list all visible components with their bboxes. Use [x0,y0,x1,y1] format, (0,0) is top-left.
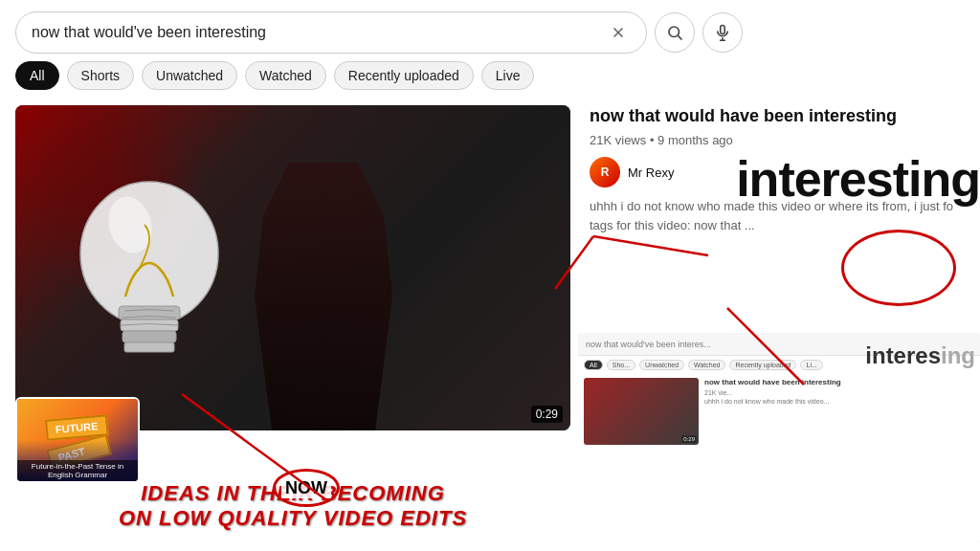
bg-light [15,105,207,297]
bg-mini-duration: 0:29 [681,435,697,443]
view-count: 21K views [590,133,646,147]
big-interesting-word: interesting [736,150,980,208]
now-text: NOW [281,478,331,498]
bg-mini-chip-all: All [584,360,603,370]
bg-mini-content: 0:29 now that would have been interestin… [578,374,980,449]
separator: • [650,133,657,147]
video-duration: 0:29 [531,406,563,423]
channel-avatar[interactable]: R [590,157,620,187]
bg-mini-chip-recently: Recently uploaded [729,360,796,370]
filter-chips: All Shorts Unwatched Watched Recently up… [0,61,980,98]
chip-live[interactable]: Live [481,61,535,90]
bg-screenshot-inner: now that would've been interes... All Sh… [578,333,980,543]
bg-mini-desc: uhhh i do not know who made this video..… [704,398,974,405]
bg-mini-chip-live: Li... [800,360,822,370]
mic-button[interactable] [702,12,743,53]
search-input-wrapper [15,11,647,54]
small-thumb-label: Future-in-the-Past Tense in English Gram… [17,460,138,481]
chip-shorts[interactable]: Shorts [67,61,134,90]
overlay-low-quality-text: ON LOW QUALITY VIDEO EDITS [15,506,570,531]
bg-mini-chip-shorts: Sho... [607,360,635,370]
video-section: 0:29 [15,105,570,536]
chip-watched[interactable]: Watched [245,61,326,90]
bg-mini-search-text: now that would've been interes... [586,340,711,349]
bg-mini-video: 0:29 [584,378,699,445]
time-ago: 9 months ago [657,133,733,147]
search-bar-container [0,0,980,61]
bg-mini-chip-unwatched: Unwatched [639,360,684,370]
bg-mini-title: now that would have been interesting [704,378,974,387]
video-meta: 21K views • 9 months ago [590,133,965,147]
chip-recently-uploaded[interactable]: Recently uploaded [334,61,474,90]
video-title: now that would have been interesting [590,105,965,127]
small-thumbnail[interactable]: FUTURE PAST Future-in-the-Past Tense in … [15,397,140,483]
video-thumbnail[interactable]: 0:29 [15,105,570,430]
chip-unwatched[interactable]: Unwatched [142,61,237,90]
svg-line-3 [678,35,681,39]
main-content: 0:29 [0,98,980,543]
bg-interesting-big-word: interesing [865,342,975,369]
search-input[interactable] [32,24,606,41]
bg-mini-info: now that would have been interesting 21K… [704,378,974,445]
svg-rect-4 [721,26,725,34]
chip-all[interactable]: All [15,61,59,90]
channel-name[interactable]: Mr Rexy [628,165,674,180]
bg-mini-meta: 21K vie... [704,389,974,396]
search-button[interactable] [655,12,695,53]
clear-button[interactable] [606,20,631,45]
bg-mini-chip-watched: Watched [688,360,725,370]
svg-point-2 [669,27,679,37]
now-circle: NOW [273,469,340,507]
bg-screenshot: now that would've been interes... All Sh… [578,333,980,543]
